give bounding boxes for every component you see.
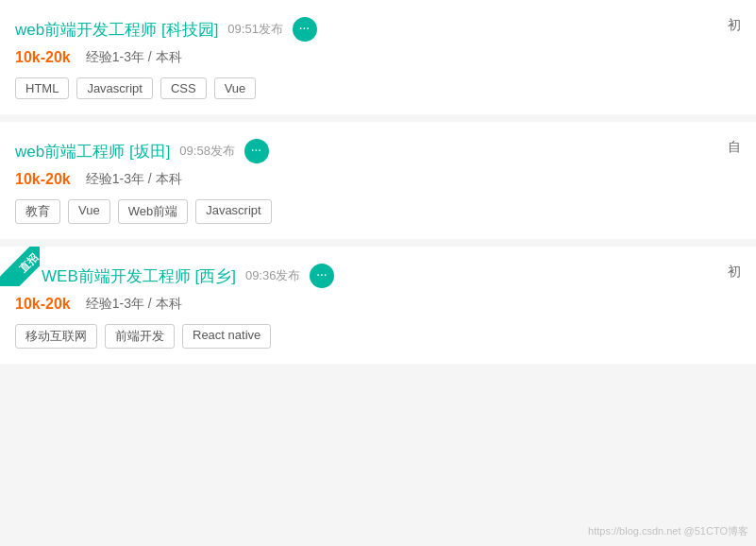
job-tag[interactable]: CSS (160, 77, 207, 99)
job-tag[interactable]: Web前端 (118, 199, 189, 224)
job-salary: 10k-20k (15, 49, 71, 66)
job-title[interactable]: WEB前端开发工程师 [西乡] (42, 265, 236, 287)
job-tag[interactable]: Vue (214, 77, 257, 99)
job-card: WEB前端开发工程师 [西乡]09:36发布10k-20k经验1-3年 / 本科… (0, 247, 756, 371)
job-title[interactable]: web前端工程师 [坂田] (15, 141, 170, 162)
right-info: 初 (728, 17, 741, 34)
job-salary-row: 10k-20k经验1-3年 / 本科 (15, 49, 741, 66)
job-title[interactable]: web前端开发工程师 [科技园] (15, 19, 218, 41)
job-header: WEB前端开发工程师 [西乡]09:36发布 (15, 264, 741, 288)
job-salary: 10k-20k (15, 171, 71, 188)
job-header: web前端工程师 [坂田]09:58发布 (15, 139, 741, 163)
job-meta: 经验1-3年 / 本科 (86, 49, 182, 66)
job-header: web前端开发工程师 [科技园]09:51发布 (15, 17, 741, 42)
job-tags: HTMLJavascriptCSSVue (15, 77, 741, 99)
job-card: web前端工程师 [坂田]09:58发布10k-20k经验1-3年 / 本科教育… (0, 122, 756, 247)
watermark: https://blog.csdn.net @51CTO博客 (588, 524, 748, 538)
zhizhi-badge (0, 247, 40, 286)
job-meta: 经验1-3年 / 本科 (86, 296, 182, 313)
job-time: 09:58发布 (179, 143, 235, 160)
chat-icon[interactable] (244, 139, 269, 163)
job-salary-row: 10k-20k经验1-3年 / 本科 (15, 171, 741, 188)
job-tag[interactable]: React native (182, 324, 271, 349)
job-tags: 移动互联网前端开发React native (15, 324, 741, 349)
job-time: 09:36发布 (245, 267, 301, 284)
job-meta: 经验1-3年 / 本科 (86, 171, 182, 188)
job-tag[interactable]: Vue (68, 199, 110, 224)
job-tag[interactable]: 教育 (15, 199, 60, 224)
job-time: 09:51发布 (227, 21, 283, 38)
job-tag[interactable]: Javascript (195, 199, 272, 224)
right-info: 自 (728, 139, 741, 156)
job-card: web前端开发工程师 [科技园]09:51发布10k-20k经验1-3年 / 本… (0, 0, 756, 122)
job-salary: 10k-20k (15, 296, 71, 313)
job-salary-row: 10k-20k经验1-3年 / 本科 (15, 296, 741, 313)
job-tags: 教育VueWeb前端Javascript (15, 199, 741, 224)
job-list: web前端开发工程师 [科技园]09:51发布10k-20k经验1-3年 / 本… (0, 0, 756, 371)
job-tag[interactable]: HTML (15, 77, 69, 99)
chat-icon[interactable] (310, 264, 334, 288)
job-tag[interactable]: 前端开发 (105, 324, 175, 349)
job-tag[interactable]: 移动互联网 (15, 324, 97, 349)
chat-icon[interactable] (293, 17, 317, 42)
job-tag[interactable]: Javascript (76, 77, 153, 99)
right-info: 初 (728, 264, 741, 281)
